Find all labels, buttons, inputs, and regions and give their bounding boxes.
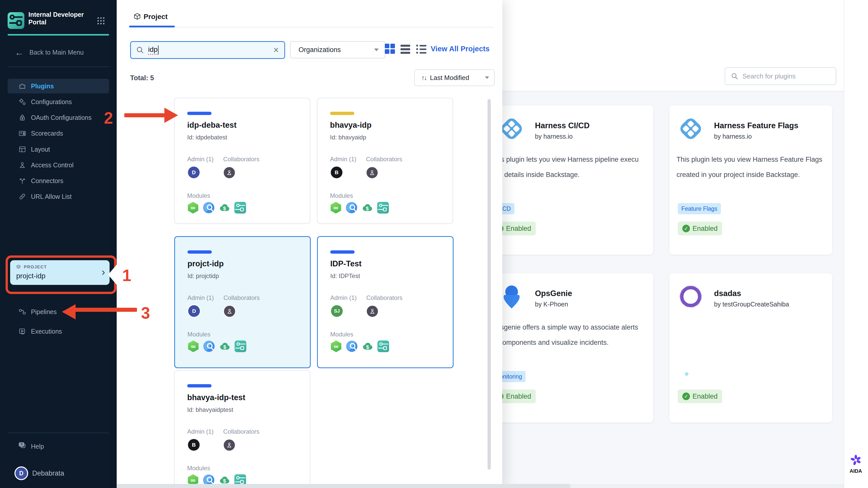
admin-avatar: SJ	[330, 305, 343, 318]
sidebar-item-connectors[interactable]: Connectors	[8, 173, 109, 188]
app-switcher-icon[interactable]	[97, 17, 105, 25]
grid-view-toggle[interactable]	[385, 44, 395, 54]
project-name: idp-deba-test	[187, 121, 237, 130]
annotation-arrow-3-head	[62, 304, 75, 319]
project-search-box[interactable]: idp ×	[130, 41, 285, 59]
admin-label: Admin (1)	[187, 294, 214, 302]
annotation-number-1: 1	[122, 266, 131, 285]
plugins-search-box[interactable]	[725, 67, 836, 85]
sidebar-item-label: Access Control	[31, 162, 73, 169]
sidebar-item-pipelines[interactable]: Pipelines	[8, 305, 109, 319]
card-color-bar	[187, 384, 212, 387]
plugin-card-harness-cicd[interactable]: Harness CI/CD by harness.io This plugin …	[490, 105, 653, 255]
plugin-card-opsgenie[interactable]: OpsGenie by K-Phoen Opsgenie offers a si…	[490, 273, 653, 423]
search-input-value[interactable]: idp	[148, 46, 157, 55]
modal-scrollbar[interactable]	[488, 99, 491, 470]
plugin-author: by testGroupCreateSahiba	[714, 300, 789, 308]
svg-text:?: ?	[21, 442, 23, 447]
sidebar-item-oauth-configurations[interactable]: OAuth Configurations	[8, 110, 109, 125]
horizontal-scrollbar[interactable]	[117, 484, 844, 488]
aida-assistant[interactable]: AIDA	[844, 454, 868, 474]
card-color-bar	[330, 250, 354, 254]
user-menu[interactable]: D Debabrata	[8, 466, 109, 480]
plugins-icon	[18, 82, 26, 90]
organizations-dropdown[interactable]: Organizations	[290, 41, 385, 58]
modules-label: Modules	[330, 192, 353, 199]
sidebar-item-plugins[interactable]: Plugins	[8, 79, 109, 93]
sidebar-item-executions[interactable]: Executions	[8, 324, 109, 339]
text-cursor	[158, 46, 158, 55]
scorecard-icon	[18, 129, 26, 137]
scrollbar-thumb[interactable]	[117, 484, 571, 488]
compact-list-view-toggle[interactable]	[416, 45, 426, 55]
sidebar-item-label: OAuth Configurations	[31, 114, 92, 121]
project-card-idp-test[interactable]: IDP-Test Id: IDPTest Admin (1) Collabora…	[317, 236, 454, 368]
plugin-card-dsadas[interactable]: dsadas by testGroupCreateSahiba ✓Enabled	[670, 273, 832, 423]
pipelines-icon	[18, 308, 26, 316]
svg-text:$: $	[366, 206, 369, 211]
project-name: IDP-Test	[330, 259, 362, 268]
sidebar-item-access-control[interactable]: Access Control	[8, 158, 109, 172]
clear-search-icon[interactable]: ×	[273, 46, 279, 55]
chaos-module-icon	[346, 341, 358, 352]
pipelines-module-icon: ∞	[187, 202, 199, 213]
chevron-down-icon	[374, 49, 379, 51]
plugin-author: by K-Phoen	[535, 300, 568, 308]
modules-label: Modules	[330, 331, 353, 338]
plugins-search-input[interactable]	[742, 72, 827, 81]
sidebar-item-label: Plugins	[31, 83, 54, 90]
check-icon: ✓	[682, 393, 690, 400]
help-button[interactable]: ? Help	[8, 439, 109, 454]
tab-project[interactable]: Project	[144, 13, 168, 21]
cloud-costs-module-icon: $	[219, 341, 230, 352]
admin-label: Admin (1)	[330, 156, 356, 163]
view-all-projects-link[interactable]: View All Projects	[431, 45, 490, 53]
plugin-description: to components and visualize incidents.	[491, 339, 609, 347]
sidebar-item-scorecards[interactable]: Scorecards	[8, 126, 109, 141]
plugin-title: dsadas	[714, 289, 741, 298]
plugin-description: This plugin lets you view Harness pipeli…	[491, 156, 639, 164]
back-arrow-icon: ←	[15, 49, 24, 56]
opsgenie-logo-icon	[498, 283, 525, 310]
dsadas-logo-icon	[678, 283, 704, 310]
executions-icon	[18, 327, 26, 336]
aida-icon	[850, 454, 862, 466]
admin-avatar: D	[187, 305, 200, 318]
modules-label: Modules	[187, 331, 211, 338]
plugin-card-feature-flags[interactable]: Harness Feature Flags by harness.io This…	[670, 105, 832, 255]
project-card-idp-deba-test[interactable]: idp-deba-test Id: idpdebatest Admin (1) …	[174, 98, 310, 224]
modules-label: Modules	[187, 465, 210, 472]
project-card-projct-idp[interactable]: projct-idp Id: projctidp Admin (1) Colla…	[174, 236, 311, 368]
harness-logo-icon	[498, 116, 525, 142]
plugin-author: by harness.io	[714, 133, 752, 140]
project-card-bhavya-idp[interactable]: bhavya-idp Id: bhavyaidp Admin (1) Colla…	[317, 98, 453, 224]
sidebar-item-url-allow-list[interactable]: URL Allow List	[8, 189, 109, 204]
cloud-costs-module-icon: $	[219, 202, 230, 213]
plugin-description: This plugin lets you view Harness Featur…	[677, 156, 823, 164]
sort-dropdown[interactable]: ↑↓ Last Modified	[414, 69, 495, 86]
list-view-toggle[interactable]	[401, 45, 410, 55]
svg-text:$: $	[223, 478, 226, 484]
plugin-description: Opsgenie offers a simple way to associat…	[491, 323, 638, 331]
chaos-module-icon	[203, 202, 215, 213]
app-screen: Harness CI/CD by harness.io This plugin …	[0, 0, 868, 488]
admin-label: Admin (1)	[330, 294, 356, 302]
idp-module-icon	[235, 202, 246, 213]
plugin-title: Harness Feature Flags	[714, 121, 799, 130]
sidebar-item-label: Layout	[31, 146, 50, 153]
back-label: Back to Main Menu	[29, 49, 84, 56]
module-icons: ∞ $	[187, 341, 246, 352]
admin-avatar: D	[187, 166, 200, 179]
sidebar-item-configurations[interactable]: Configurations	[8, 94, 109, 109]
project-id: Id: bhavyaidp	[330, 134, 366, 141]
idp-module-icon	[377, 341, 389, 352]
project-id: Id: IDPTest	[330, 272, 360, 280]
sidebar-item-layout[interactable]: Layout	[8, 142, 109, 157]
back-to-main-menu[interactable]: ← Back to Main Menu	[15, 49, 84, 56]
admin-avatar: B	[330, 166, 343, 179]
help-icon: ?	[18, 442, 27, 451]
project-name: projct-idp	[187, 259, 224, 268]
annotation-arrow-2-head	[164, 108, 178, 123]
project-card-bhavya-idp-test[interactable]: bhavya-idp-test Id: bhavyaidptest Admin …	[174, 370, 310, 488]
gears-icon	[18, 98, 26, 106]
